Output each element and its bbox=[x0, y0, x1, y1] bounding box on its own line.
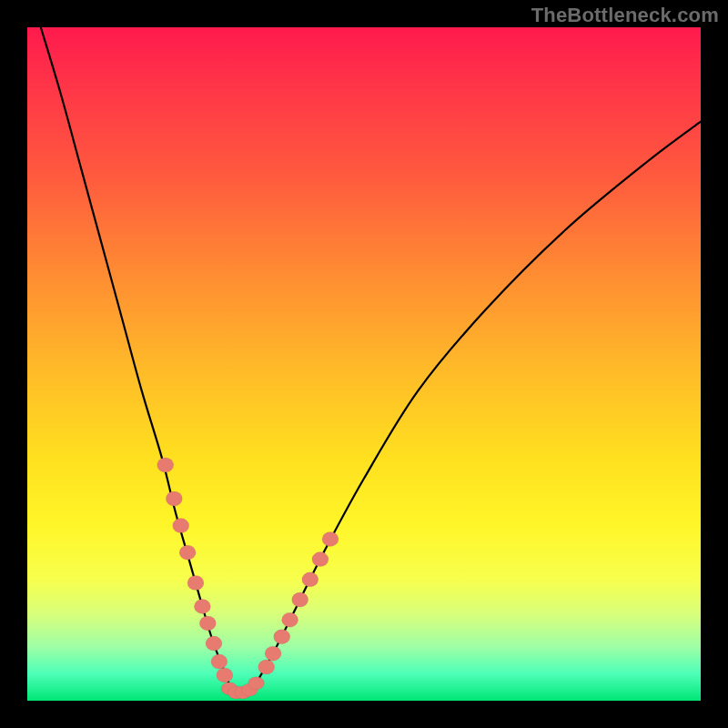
bead-group bbox=[157, 458, 339, 699]
watermark-text: TheBottleneck.com bbox=[531, 4, 719, 27]
bead-left-6 bbox=[199, 616, 216, 631]
bead-right-4 bbox=[292, 592, 308, 607]
bead-right-0 bbox=[258, 660, 275, 674]
bead-left-3 bbox=[179, 545, 196, 560]
bead-left-0 bbox=[157, 458, 174, 472]
outer-frame: TheBottleneck.com bbox=[0, 0, 728, 728]
bead-left-8 bbox=[211, 654, 228, 669]
bead-left-2 bbox=[173, 519, 189, 533]
bottleneck-curve bbox=[41, 27, 701, 694]
chart-svg bbox=[27, 27, 701, 701]
bead-left-7 bbox=[206, 636, 222, 651]
bead-right-5 bbox=[302, 572, 318, 587]
bead-left-9 bbox=[217, 668, 233, 682]
bead-left-1 bbox=[166, 491, 182, 506]
bead-right-1 bbox=[265, 646, 281, 661]
bead-right-2 bbox=[274, 630, 290, 644]
bead-bottom-4 bbox=[248, 677, 265, 690]
plot-area bbox=[27, 27, 701, 701]
bead-right-6 bbox=[312, 552, 329, 567]
bead-left-4 bbox=[187, 576, 204, 591]
bead-right-7 bbox=[322, 531, 339, 546]
bead-right-3 bbox=[282, 612, 298, 627]
bead-left-5 bbox=[194, 599, 210, 613]
